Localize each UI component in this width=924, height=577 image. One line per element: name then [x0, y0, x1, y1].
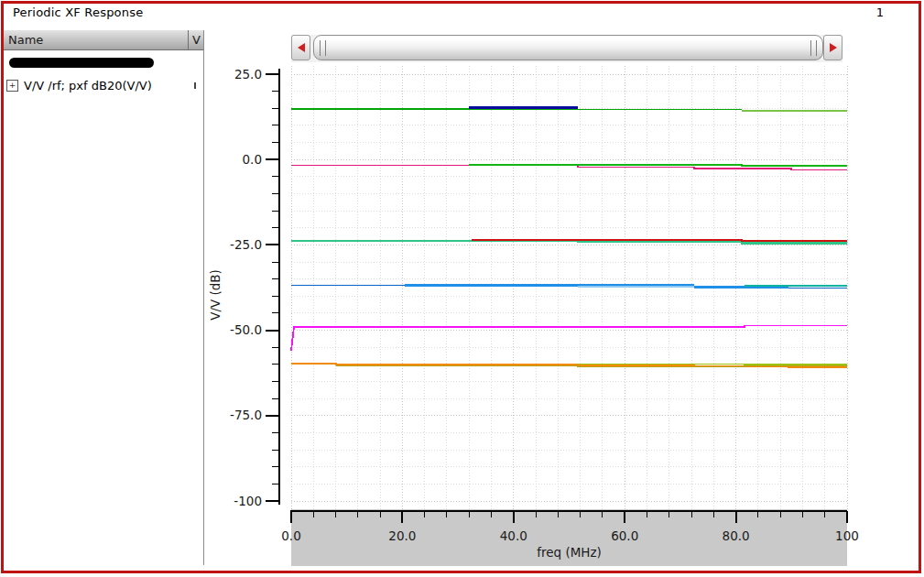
trace-panel-header: Name V	[4, 30, 203, 50]
scroll-left-button[interactable]	[291, 35, 310, 60]
redacted-bar	[9, 58, 154, 68]
horizontal-scrollbar[interactable]	[291, 35, 842, 62]
x-axis-title: freq (MHz)	[537, 545, 602, 560]
x-tick-label: 0.0	[281, 528, 300, 543]
y-tick-label: 25.0	[234, 67, 262, 82]
trace-tree-item[interactable]: + V/V /rf; pxf dB20(V/V)	[6, 78, 152, 93]
thumb-right-grip[interactable]	[810, 40, 817, 56]
x-tick-label: 40.0	[500, 528, 527, 543]
expand-icon[interactable]: +	[6, 80, 18, 92]
window-title: Periodic XF Response	[13, 5, 143, 19]
trace-label[interactable]: V/V /rf; pxf dB20(V/V)	[24, 79, 152, 93]
panel-divider[interactable]	[203, 30, 204, 565]
trace-magenta[interactable]	[291, 325, 847, 350]
scrollbar-thumb[interactable]	[313, 35, 823, 60]
value-column-header[interactable]: V	[192, 33, 201, 47]
y-tick-label: -75.0	[230, 408, 262, 422]
scroll-right-arrow-icon	[830, 43, 837, 52]
plot-window: 25.00.0-25.0-50.0-75.0-1000.020.040.060.…	[0, 0, 924, 577]
traces	[291, 108, 847, 367]
trace-yellow-green[interactable]	[578, 365, 847, 365]
thumb-left-grip[interactable]	[320, 40, 326, 56]
x-tick-label: 100	[835, 528, 859, 543]
y-axis-title: V/V (dB)	[208, 269, 223, 321]
name-column-header[interactable]: Name	[8, 33, 43, 47]
y-tick-label: -25.0	[230, 237, 262, 252]
x-tick-label: 60.0	[611, 528, 638, 543]
x-tick-label: 80.0	[723, 528, 750, 543]
y-tick-label: -100	[234, 494, 262, 508]
scroll-right-button[interactable]	[823, 35, 842, 60]
page-number: 1	[876, 5, 884, 19]
column-separator[interactable]	[188, 30, 189, 49]
scroll-left-arrow-icon	[298, 43, 305, 52]
x-tick-label: 20.0	[388, 528, 416, 543]
y-tick-label: 0.0	[243, 152, 262, 167]
value-cell-clipped	[194, 82, 196, 89]
y-tick-label: -50.0	[230, 322, 262, 337]
